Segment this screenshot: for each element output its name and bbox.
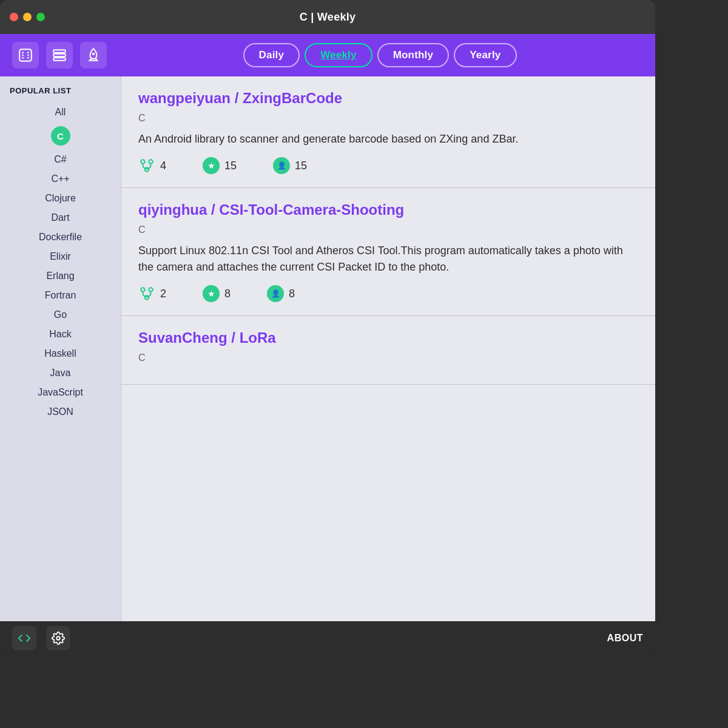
sidebar-item-haskell[interactable]: Haskell <box>0 344 121 363</box>
repo-lang-1: C <box>138 113 638 124</box>
star-icon-1: ★ <box>203 157 220 174</box>
bottombar: ABOUT <box>0 621 655 655</box>
forks-count-2: 2 <box>160 288 166 300</box>
svg-point-4 <box>27 55 29 56</box>
svg-point-10 <box>92 53 95 55</box>
stat-contributors-2: 👤 8 <box>267 285 295 302</box>
sidebar-item-erlang[interactable]: Erlang <box>0 266 121 286</box>
fork-icon-1 <box>138 157 155 174</box>
contributors-count-1: 15 <box>295 160 307 172</box>
svg-point-2 <box>27 52 29 53</box>
repo-card-2: qiyinghua / CSI-Tool-Camera-Shooting C S… <box>121 188 655 316</box>
sidebar-item-json[interactable]: JSON <box>0 402 121 422</box>
sidebar-item-hack[interactable]: Hack <box>0 325 121 344</box>
tab-daily[interactable]: Daily <box>243 43 300 67</box>
svg-point-1 <box>22 52 24 53</box>
sidebar-item-clojure[interactable]: Clojure <box>0 189 121 208</box>
svg-point-17 <box>56 636 60 640</box>
sidebar-item-all[interactable]: All <box>0 103 121 122</box>
sidebar: POPULAR LIST All C C# C++ Clojure Dart D… <box>0 76 121 621</box>
toolbar: Daily Weekly Monthly Yearly <box>0 34 655 76</box>
window-controls <box>10 13 45 21</box>
stat-stars-2: ★ 8 <box>203 285 231 302</box>
lang-badge-c: C <box>51 126 70 146</box>
sidebar-item-java[interactable]: Java <box>0 363 121 383</box>
repo-lang-3: C <box>138 352 638 363</box>
sidebar-item-go[interactable]: Go <box>0 305 121 325</box>
tab-group: Daily Weekly Monthly Yearly <box>243 43 517 67</box>
svg-rect-8 <box>53 54 66 56</box>
window-title: C | Weekly <box>300 11 356 24</box>
stars-count-1: 15 <box>224 160 237 172</box>
settings-icon-button[interactable] <box>46 626 70 650</box>
star-icon-2: ★ <box>203 285 220 302</box>
svg-point-3 <box>22 55 24 56</box>
tab-weekly[interactable]: Weekly <box>305 43 372 67</box>
repo-card-3: SuvanCheng / LoRa C <box>121 316 655 385</box>
toolbar-icon-group <box>12 42 107 69</box>
sidebar-title: POPULAR LIST <box>0 86 121 103</box>
stars-count-2: 8 <box>224 288 231 300</box>
repo-stats-2: 2 ★ 8 👤 8 <box>138 285 638 302</box>
svg-point-14 <box>141 288 145 292</box>
main-layout: POPULAR LIST All C C# C++ Clojure Dart D… <box>0 76 655 621</box>
about-button[interactable]: ABOUT <box>607 633 643 644</box>
sidebar-item-cpp[interactable]: C++ <box>0 169 121 189</box>
svg-point-5 <box>22 57 24 59</box>
stat-contributors-1: 👤 15 <box>273 157 307 174</box>
repo-title-2[interactable]: qiyinghua / CSI-Tool-Camera-Shooting <box>138 201 638 218</box>
stat-forks-1: 4 <box>138 157 166 174</box>
repo-desc-2: Support Linux 802.11n CSI Tool and Ather… <box>138 243 638 275</box>
svg-rect-7 <box>53 50 66 52</box>
titlebar: C | Weekly <box>0 0 655 34</box>
svg-rect-9 <box>53 58 66 60</box>
repo-lang-2: C <box>138 224 638 235</box>
sidebar-item-dart[interactable]: Dart <box>0 208 121 228</box>
sidebar-item-csharp[interactable]: C# <box>0 150 121 169</box>
repo-title-1[interactable]: wangpeiyuan / ZxingBarCode <box>138 90 638 107</box>
svg-point-12 <box>149 160 153 164</box>
tab-monthly[interactable]: Monthly <box>377 43 450 67</box>
rocket-icon-button[interactable] <box>80 42 107 69</box>
sidebar-item-c[interactable]: C <box>0 122 121 150</box>
minimize-button[interactable] <box>23 13 32 21</box>
svg-point-15 <box>149 288 153 292</box>
tab-yearly[interactable]: Yearly <box>454 43 516 67</box>
contributor-icon-2: 👤 <box>267 285 284 302</box>
sidebar-item-elixir[interactable]: Elixir <box>0 247 121 266</box>
stack-icon-button[interactable] <box>46 42 73 69</box>
repo-stats-1: 4 ★ 15 👤 15 <box>138 157 638 174</box>
fork-icon-2 <box>138 285 155 302</box>
svg-rect-0 <box>19 49 32 61</box>
svg-point-6 <box>27 57 29 59</box>
stat-stars-1: ★ 15 <box>203 157 237 174</box>
content-area: wangpeiyuan / ZxingBarCode C An Android … <box>121 76 655 621</box>
close-button[interactable] <box>10 13 18 21</box>
sidebar-item-dockerfile[interactable]: Dockerfile <box>0 228 121 247</box>
bottombar-icon-group <box>12 626 70 650</box>
code-icon-button[interactable] <box>12 626 36 650</box>
contributor-icon-1: 👤 <box>273 157 290 174</box>
repo-card-1: wangpeiyuan / ZxingBarCode C An Android … <box>121 76 655 188</box>
sidebar-item-javascript[interactable]: JavaScript <box>0 383 121 402</box>
stat-forks-2: 2 <box>138 285 166 302</box>
maximize-button[interactable] <box>36 13 45 21</box>
repo-title-3[interactable]: SuvanCheng / LoRa <box>138 329 638 346</box>
dice-icon-button[interactable] <box>12 42 39 69</box>
sidebar-item-fortran[interactable]: Fortran <box>0 286 121 305</box>
svg-point-11 <box>141 160 145 164</box>
contributors-count-2: 8 <box>289 288 295 300</box>
forks-count-1: 4 <box>160 160 166 172</box>
repo-desc-1: An Android library to scanner and genera… <box>138 131 638 147</box>
